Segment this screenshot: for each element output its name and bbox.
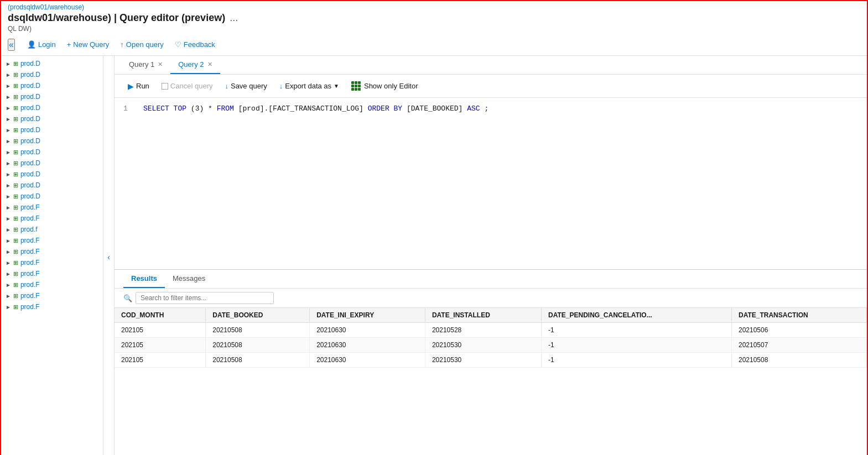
sidebar-item[interactable]: ►⊞prod.D [1,58,103,69]
sidebar-item[interactable]: ►⊞prod.F [1,301,103,312]
arrow-icon: ► [6,205,11,211]
save-query-button[interactable]: ↓ Save query [220,80,271,92]
export-data-button[interactable]: ↓ Export data as ▼ [275,80,344,92]
table-icon: ⊞ [13,215,18,222]
sidebar-item[interactable]: ►⊞prod.D [1,158,103,169]
tab-label: Query 2 [178,60,204,69]
show-editor-button[interactable]: Show only Editor [347,79,423,93]
sidebar-item[interactable]: ►⊞prod.D [1,124,103,135]
results-table[interactable]: COD_MONTHDATE_BOOKEDDATE_INI_EXPIRYDATE_… [115,308,867,424]
arrow-icon: ► [6,304,11,310]
page-title: dsqldw01/warehouse) | Query editor (prev… [8,11,860,25]
table-row: 202105202105082021063020210530-120210508 [115,353,867,368]
item-label: prod.D [20,71,40,79]
sidebar-item[interactable]: ►⊞prod.F [1,257,103,268]
sidebar-item[interactable]: ►⊞prod.D [1,169,103,180]
query-toolbar: ▶ Run Cancel query ↓ Save query ↓ Export… [115,75,867,98]
top-bar: (prodsqldw01/warehouse) dsqldw01/warehou… [1,1,867,34]
table-cell: 20210630 [310,353,425,368]
arrow-icon: ► [6,105,11,111]
table-cell: 20210508 [206,353,310,368]
table-icon: ⊞ [13,138,18,145]
item-label: prod.D [20,82,40,90]
sidebar-item[interactable]: ►⊞prod.F [1,279,103,290]
feedback-label: Feedback [184,40,215,49]
cancel-query-button[interactable]: Cancel query [157,80,217,92]
chevron-down-icon: ▼ [334,83,339,89]
line-number: 1 [123,104,134,113]
results-tab[interactable]: Results [123,270,165,288]
search-input[interactable] [136,292,274,304]
table-cell: 20210508 [732,353,867,368]
sidebar-item[interactable]: ►⊞prod.D [1,135,103,147]
sidebar-item[interactable]: ►⊞prod.F [1,213,103,224]
download-icon: ↓ [225,82,228,90]
arrow-icon: ► [6,182,11,189]
new-query-button[interactable]: + New Query [61,38,115,51]
open-query-button[interactable]: ↑ Open query [115,38,169,51]
arrow-icon: ► [6,149,11,155]
item-label: prod.F [20,303,40,311]
item-label: prod.F [20,292,40,300]
upload-icon: ↑ [120,40,124,49]
code-editor[interactable]: 1 SELECT TOP (3) * FROM [prod].[FACT_TRA… [115,98,867,269]
column-header: COD_MONTH [115,308,206,323]
sidebar-item[interactable]: ►⊞prod.F [1,246,103,257]
play-icon: ▶ [128,82,134,91]
sidebar-item[interactable]: ►⊞prod.D [1,69,103,80]
arrow-icon: ► [6,116,11,122]
login-button[interactable]: 👤 Login [22,38,61,51]
item-label: prod.D [20,137,40,145]
sidebar-item[interactable]: ►⊞prod.F [1,290,103,301]
grid-icon [351,81,361,91]
sidebar-item[interactable]: ►⊞prod.D [1,80,103,91]
run-button[interactable]: ▶ Run [123,80,154,93]
toolbar: « 👤 Login + New Query ↑ Open query ♡ Fee… [1,34,867,56]
export-icon: ↓ [279,82,283,90]
editor-area: Query 1✕Query 2✕ ▶ Run Cancel query ↓ Sa… [115,56,867,455]
search-bar: 🔍 [115,289,867,308]
close-icon[interactable]: ✕ [207,61,212,68]
table-cell: 20210506 [732,323,867,338]
table-cell: -1 [542,323,732,338]
sidebar-item[interactable]: ►⊞prod.F [1,202,103,213]
query-tab[interactable]: Query 2✕ [170,56,220,74]
table-cell: -1 [542,338,732,353]
table-row: 202105202105082021063020210528-120210506 [115,323,867,338]
page-title-ellipsis[interactable]: ... [230,12,238,24]
table-icon: ⊞ [13,116,18,123]
collapse-side-button[interactable]: ‹ [103,56,115,455]
item-label: prod.D [20,148,40,156]
sidebar-item[interactable]: ►⊞prod.D [1,191,103,202]
results-tab[interactable]: Messages [165,270,213,288]
item-label: prod.D [20,181,40,189]
table-cell: 202105 [115,338,206,353]
main-content: ►⊞prod.D►⊞prod.D►⊞prod.D►⊞prod.D►⊞prod.D… [1,56,867,455]
code-line-1: 1 SELECT TOP (3) * FROM [prod].[FACT_TRA… [123,104,858,113]
item-label: prod.D [20,170,40,178]
sidebar-item[interactable]: ►⊞prod.f [1,224,103,235]
sidebar-item[interactable]: ►⊞prod.D [1,147,103,158]
code-content: SELECT TOP (3) * FROM [prod].[FACT_TRANS… [143,104,488,113]
query-tab[interactable]: Query 1✕ [121,56,170,74]
arrow-icon: ► [6,160,11,166]
table-row: 202105202105082021063020210530-120210507 [115,338,867,353]
sidebar-item[interactable]: ►⊞prod.D [1,102,103,113]
tabs-bar: Query 1✕Query 2✕ [115,56,867,75]
open-query-label: Open query [126,40,164,49]
cancel-icon [162,83,168,90]
sidebar-item[interactable]: ►⊞prod.D [1,91,103,102]
table-cell: 202105 [115,323,206,338]
sidebar-item[interactable]: ►⊞prod.D [1,113,103,124]
table-icon: ⊞ [13,160,18,167]
close-icon[interactable]: ✕ [158,61,163,68]
sidebar-item[interactable]: ►⊞prod.D [1,180,103,191]
data-table: COD_MONTHDATE_BOOKEDDATE_INI_EXPIRYDATE_… [115,308,867,368]
sidebar-item[interactable]: ►⊞prod.F [1,235,103,246]
arrow-icon: ► [6,94,11,100]
feedback-button[interactable]: ♡ Feedback [169,38,221,51]
collapse-sidebar-button[interactable]: « [8,39,15,51]
breadcrumb-top[interactable]: (prodsqldw01/warehouse) [8,3,860,11]
sidebar-item[interactable]: ►⊞prod.F [1,268,103,279]
save-label: Save query [231,82,267,90]
